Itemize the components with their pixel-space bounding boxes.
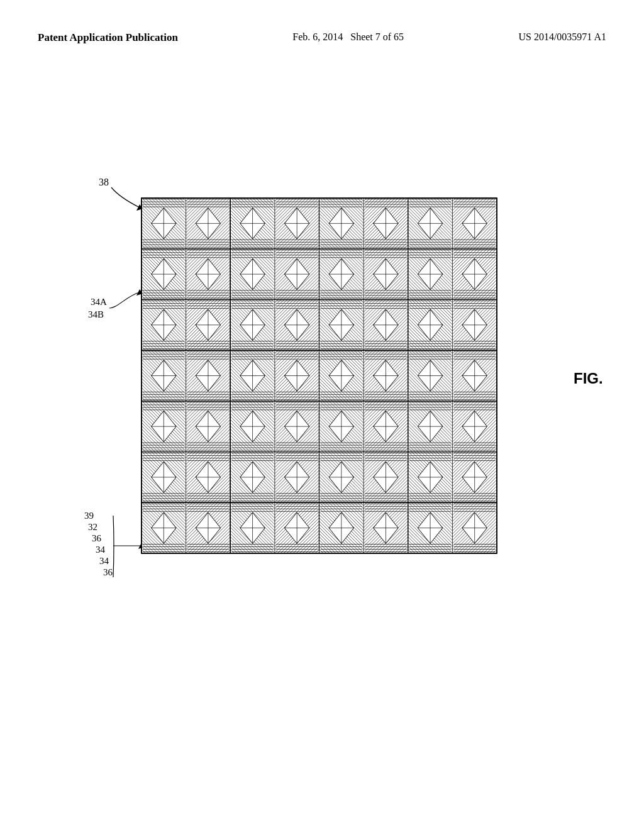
- svg-line-73: [186, 157, 231, 201]
- svg-line-3320: [408, 584, 453, 629]
- svg-line-3082: [230, 597, 275, 635]
- svg-line-3323: [408, 594, 453, 635]
- fig-label: FIG. 10: [574, 370, 605, 387]
- svg-line-2956: [142, 581, 186, 626]
- svg-line-3067: [230, 550, 275, 594]
- bottom-bracket: [113, 516, 114, 577]
- svg-line-3255: [364, 575, 408, 619]
- svg-line-256: [319, 157, 364, 201]
- svg-line-2955: [142, 578, 186, 622]
- svg-line-3251: [364, 562, 408, 607]
- svg-line-3310: [408, 553, 453, 597]
- ref-34a: 34: [96, 545, 106, 555]
- ref-38-arrow: [111, 187, 140, 208]
- date-sheet: Feb. 6, 2014 Sheet 7 of 65: [292, 31, 404, 43]
- svg-line-3018: [186, 590, 231, 635]
- svg-line-2961: [142, 597, 186, 635]
- svg-line-72: [186, 153, 231, 198]
- svg-line-3188: [319, 550, 364, 594]
- svg-line-192: [275, 150, 319, 195]
- svg-line-3016: [186, 584, 231, 629]
- svg-line-3006: [186, 553, 231, 597]
- svg-line-3311: [408, 556, 453, 600]
- svg-line-3250: [364, 559, 408, 604]
- svg-line-3194: [319, 568, 364, 613]
- svg-line-376: [408, 153, 453, 198]
- svg-line-3127: [275, 553, 319, 597]
- patent-number: US 2014/0035971 A1: [518, 31, 606, 43]
- svg-line-3379: [452, 584, 497, 629]
- svg-line-312: [364, 147, 408, 192]
- svg-line-3019: [186, 594, 231, 635]
- svg-line-254: [319, 150, 364, 195]
- ref-34b: 34: [99, 556, 109, 566]
- svg-line-70: [186, 147, 231, 192]
- svg-line-3261: [364, 594, 408, 635]
- ref-34A: 34A: [91, 297, 107, 307]
- svg-line-3371: [452, 559, 497, 604]
- svg-line-3070: [230, 559, 275, 604]
- svg-line-3202: [319, 594, 364, 635]
- svg-line-3247: [364, 550, 408, 594]
- svg-line-2949: [142, 559, 186, 604]
- tile-grid: [142, 147, 497, 635]
- svg-line-134: [230, 153, 275, 198]
- svg-line-135: [230, 157, 275, 201]
- svg-line-3249: [364, 556, 408, 600]
- svg-line-3317: [408, 575, 453, 619]
- svg-line-2946: [142, 550, 186, 594]
- svg-line-3376: [452, 575, 497, 619]
- svg-line-434: [452, 150, 497, 195]
- svg-line-3014: [186, 578, 231, 622]
- svg-line-3126: [275, 550, 319, 594]
- ref-34B: 34B: [88, 309, 104, 319]
- svg-line-3316: [408, 572, 453, 616]
- svg-line-3133: [275, 572, 319, 616]
- svg-line-3252: [364, 565, 408, 610]
- svg-line-3009: [186, 562, 231, 607]
- svg-line-3129: [275, 559, 319, 604]
- svg-line-14: [142, 157, 186, 201]
- svg-line-3373: [452, 565, 497, 610]
- svg-line-3196: [319, 575, 364, 619]
- svg-line-315: [364, 157, 408, 201]
- svg-line-2959: [142, 590, 186, 635]
- ref-38: 38: [99, 177, 109, 187]
- svg-line-433: [452, 147, 497, 192]
- svg-line-3068: [230, 553, 275, 597]
- svg-line-3380: [452, 587, 497, 632]
- svg-line-3077: [230, 581, 275, 626]
- svg-line-3011: [186, 568, 231, 613]
- page-header: Patent Application Publication Feb. 6, 2…: [0, 0, 644, 57]
- svg-line-3370: [452, 556, 497, 600]
- svg-line-2947: [142, 553, 186, 597]
- svg-line-253: [319, 147, 364, 192]
- svg-line-377: [408, 157, 453, 201]
- svg-line-2960: [142, 594, 186, 635]
- svg-line-133: [230, 150, 275, 195]
- svg-line-3319: [408, 581, 453, 626]
- svg-line-314: [364, 153, 408, 198]
- svg-line-3312: [408, 559, 453, 604]
- svg-line-3017: [186, 587, 231, 632]
- svg-line-3020: [186, 597, 231, 635]
- svg-line-3073: [230, 568, 275, 613]
- svg-line-3072: [230, 565, 275, 610]
- svg-line-3309: [408, 550, 453, 594]
- ref-39: 39: [84, 511, 94, 521]
- svg-line-3259: [364, 587, 408, 632]
- svg-line-12: [142, 150, 186, 195]
- svg-line-11: [142, 147, 186, 192]
- svg-line-2957: [142, 584, 186, 629]
- svg-line-13: [142, 153, 186, 198]
- svg-line-71: [186, 150, 231, 195]
- svg-line-2950: [142, 562, 186, 607]
- svg-line-3079: [230, 587, 275, 632]
- svg-line-313: [364, 150, 408, 195]
- svg-line-3382: [452, 594, 497, 635]
- svg-line-3381: [452, 590, 497, 635]
- svg-line-3322: [408, 590, 453, 635]
- svg-line-3136: [275, 581, 319, 626]
- svg-line-3201: [319, 590, 364, 635]
- svg-line-2954: [142, 575, 186, 619]
